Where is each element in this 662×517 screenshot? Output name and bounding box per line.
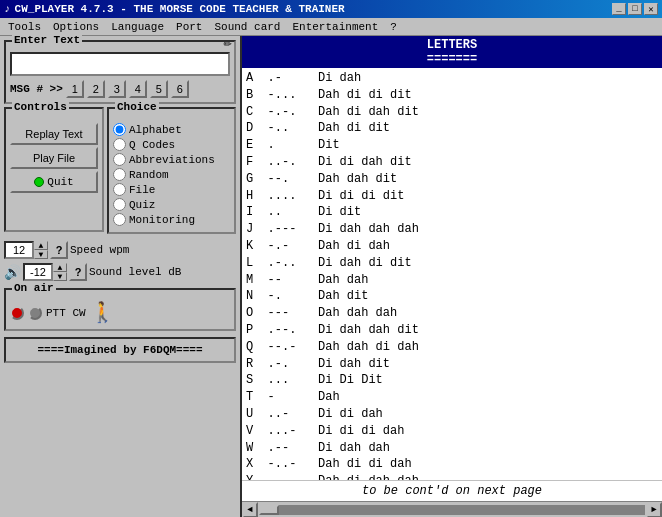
speed-spin-buttons: ▲ ▼ [34,241,48,259]
menu-options[interactable]: Options [47,20,105,34]
text-input[interactable] [10,52,230,76]
msg-btn-6[interactable]: 6 [171,80,189,98]
speed-down-button[interactable]: ▼ [34,250,48,259]
radio-file[interactable] [113,183,126,196]
msg-btn-3[interactable]: 3 [108,80,126,98]
choice-monitoring-label: Monitoring [129,214,195,226]
choice-quiz[interactable]: Quiz [113,198,230,211]
sound-spin-buttons: ▲ ▼ [53,263,67,281]
msg-btn-5[interactable]: 5 [150,80,168,98]
sound-label: Sound level dB [89,266,181,278]
pencil-icon[interactable]: ✏ [224,34,232,51]
letters-header: LETTERS ======= [242,36,662,68]
choice-abbreviations-label: Abbreviations [129,154,215,166]
msg-row: MSG # >> 1 2 3 4 5 6 [10,80,230,98]
quit-label: Quit [47,176,73,188]
speed-label: Speed wpm [70,244,129,256]
choice-monitoring[interactable]: Monitoring [113,213,230,226]
msg-btn-2[interactable]: 2 [87,80,105,98]
quit-led [34,177,44,187]
speed-spinner: ▲ ▼ [4,241,48,259]
sound-help-button[interactable]: ? [69,263,87,281]
on-air-content: PTT CW 🚶 [10,300,230,325]
on-air-title: On air [12,282,56,294]
choice-qcodes[interactable]: Q Codes [113,138,230,151]
title-bar: ♪ CW_PLAYER 4.7.3 - THE MORSE CODE TEACH… [0,0,662,18]
menu-language[interactable]: Language [105,20,170,34]
right-panel: LETTERS ======= A .- Di dah B -... Dah d… [240,36,662,517]
enter-text-group: Enter Text ✏ MSG # >> 1 2 3 4 5 6 [4,40,236,104]
ptt-label: PTT CW [46,307,86,319]
choice-file-label: File [129,184,155,196]
menu-soundcard[interactable]: Sound card [208,20,286,34]
sound-input[interactable] [23,263,53,281]
title-bar-controls: _ □ ✕ [612,3,658,15]
bottom-label: ====Imagined by F6DQM==== [4,337,236,363]
menu-bar: Tools Options Language Port Sound card E… [0,18,662,36]
speed-input[interactable] [4,241,34,259]
scroll-left-button[interactable]: ◄ [242,502,258,518]
replay-text-button[interactable]: Replay Text [10,123,98,145]
left-panel: Enter Text ✏ MSG # >> 1 2 3 4 5 6 Contro… [0,36,240,517]
play-file-button[interactable]: Play File [10,147,98,169]
letters-content[interactable]: A .- Di dah B -... Dah di di dit C -.-. … [242,68,662,480]
menu-port[interactable]: Port [170,20,208,34]
speaker-icon: 🔊 [4,264,21,281]
letters-table: A .- Di dah B -... Dah di di dit C -.-. … [246,70,658,480]
choice-alphabet-label: Alphabet [129,124,182,136]
sound-up-button[interactable]: ▲ [53,263,67,272]
choice-alphabet[interactable]: Alphabet [113,123,230,136]
speed-help-button[interactable]: ? [50,241,68,259]
controls-title: Controls [12,101,69,113]
radio-alphabet[interactable] [113,123,126,136]
horizontal-scrollbar[interactable]: ◄ ► [242,501,662,517]
radio-qcodes[interactable] [113,138,126,151]
ptt-led-gray[interactable] [28,306,42,320]
ptt-led-red[interactable] [10,306,24,320]
choice-random-label: Random [129,169,169,181]
app-icon: ♪ [4,3,11,15]
main-layout: Enter Text ✏ MSG # >> 1 2 3 4 5 6 Contro… [0,36,662,517]
radio-monitoring[interactable] [113,213,126,226]
letters-title: LETTERS [246,38,658,52]
choice-qcodes-label: Q Codes [129,139,175,151]
choice-abbreviations[interactable]: Abbreviations [113,153,230,166]
choice-title: Choice [115,101,159,113]
controls-group: Controls Replay Text Play File Quit [4,107,104,232]
menu-help[interactable]: ? [384,20,403,34]
maximize-button[interactable]: □ [628,3,642,15]
speed-up-button[interactable]: ▲ [34,241,48,250]
choice-file[interactable]: File [113,183,230,196]
scroll-track[interactable] [259,505,645,515]
radio-abbreviations[interactable] [113,153,126,166]
sound-row: 🔊 ▲ ▼ ? Sound level dB [4,263,236,281]
close-button[interactable]: ✕ [644,3,658,15]
app-title: CW_PLAYER 4.7.3 - THE MORSE CODE TEACHER… [15,3,345,15]
msg-btn-1[interactable]: 1 [66,80,84,98]
msg-btn-4[interactable]: 4 [129,80,147,98]
controls-choice-row: Controls Replay Text Play File Quit Choi… [4,107,236,234]
msg-label: MSG # >> [10,83,63,95]
quit-button[interactable]: Quit [10,171,98,193]
speed-row: ▲ ▼ ? Speed wpm [4,241,236,259]
letters-footer: to be cont'd on next page [242,480,662,501]
scroll-right-button[interactable]: ► [646,502,662,518]
scroll-thumb[interactable] [259,505,279,515]
menu-entertainment[interactable]: Entertainment [286,20,384,34]
choice-quiz-label: Quiz [129,199,155,211]
choice-group: Choice Alphabet Q Codes Abbreviations Ra… [107,107,236,234]
letters-separator: ======= [246,52,658,66]
title-bar-left: ♪ CW_PLAYER 4.7.3 - THE MORSE CODE TEACH… [4,3,345,15]
enter-text-title: Enter Text [12,34,82,46]
choice-random[interactable]: Random [113,168,230,181]
radio-quiz[interactable] [113,198,126,211]
sound-spinner: ▲ ▼ [23,263,67,281]
minimize-button[interactable]: _ [612,3,626,15]
radio-random[interactable] [113,168,126,181]
speed-sound-section: ▲ ▼ ? Speed wpm 🔊 ▲ ▼ ? Sound [4,237,236,283]
sound-down-button[interactable]: ▼ [53,272,67,281]
on-air-group: On air PTT CW 🚶 [4,288,236,331]
figure-icon: 🚶 [90,300,115,325]
menu-tools[interactable]: Tools [2,20,47,34]
